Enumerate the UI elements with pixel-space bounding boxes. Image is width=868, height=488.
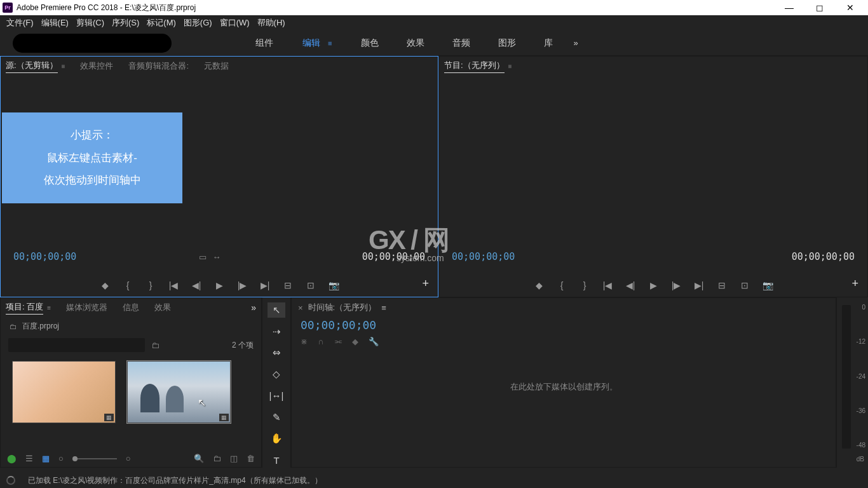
insert-sequence-icon[interactable]: ⋇ — [301, 337, 308, 346]
tab-program[interactable]: 节目:（无序列） — [444, 60, 505, 73]
project-search-input[interactable] — [8, 338, 145, 352]
minimize-button[interactable]: — — [780, 3, 798, 13]
go-to-in-icon[interactable]: |◀ — [168, 280, 179, 290]
play-icon[interactable]: ▶ — [648, 280, 659, 290]
workspace-effects[interactable]: 效果 — [405, 35, 426, 51]
extract-icon[interactable]: ⊡ — [739, 280, 750, 290]
delete-icon[interactable]: 🗑 — [247, 454, 255, 463]
insert-icon[interactable]: ⊟ — [282, 280, 294, 290]
lift-icon[interactable]: ⊟ — [716, 280, 728, 290]
type-tool-icon[interactable]: T — [268, 452, 285, 468]
linked-selection-icon[interactable]: ⫘ — [334, 337, 342, 346]
out-point-icon[interactable]: } — [145, 280, 156, 290]
slip-tool-icon[interactable]: |↔| — [268, 388, 285, 403]
zoom-slider[interactable] — [72, 458, 117, 459]
tab-media-browser[interactable]: 媒体浏览器 — [66, 302, 107, 313]
workspace-overflow[interactable]: » — [573, 38, 578, 48]
program-in-timecode[interactable]: 00;00;00;00 — [452, 251, 515, 262]
workspace-editing[interactable]: 编辑≡ — [300, 35, 334, 51]
icon-view-icon[interactable]: ▦ — [42, 454, 50, 463]
write-toggle-icon[interactable]: ⬤ — [7, 454, 17, 463]
razor-tool-icon[interactable]: ◇ — [268, 367, 285, 382]
go-to-out-icon[interactable]: ▶| — [693, 280, 705, 290]
in-point-icon[interactable]: { — [122, 280, 133, 290]
close-button[interactable]: ✕ — [841, 3, 859, 13]
menu-file[interactable]: 文件(F) — [3, 17, 37, 29]
marker-icon[interactable]: ◆ — [99, 280, 111, 290]
list-view-icon[interactable]: ☰ — [25, 454, 33, 463]
pen-tool-icon[interactable]: ✎ — [268, 410, 285, 425]
menu-help[interactable]: 帮助(H) — [254, 17, 289, 29]
menu-marker[interactable]: 标记(M) — [143, 17, 180, 29]
track-select-tool-icon[interactable]: ⇢ — [268, 324, 285, 339]
panel-menu-icon[interactable]: ≡ — [47, 304, 51, 311]
play-icon[interactable]: ▶ — [214, 280, 225, 290]
menu-clip[interactable]: 剪辑(C) — [72, 17, 108, 29]
source-out-timecode: 00;00;00;00 — [362, 251, 425, 262]
resolution-icon[interactable]: ↔ — [213, 252, 221, 262]
fit-icon[interactable]: ▭ — [199, 252, 207, 262]
step-back-icon[interactable]: ◀| — [625, 280, 636, 290]
workspace-libraries[interactable]: 库 — [543, 35, 554, 51]
out-point-icon[interactable]: } — [579, 280, 590, 290]
snap-icon[interactable]: ∩ — [318, 337, 323, 346]
go-to-in-icon[interactable]: |◀ — [602, 280, 613, 290]
media-thumbnail[interactable]: ▦ — [12, 361, 116, 423]
close-tab-icon[interactable]: × — [298, 303, 303, 313]
menu-sequence[interactable]: 序列(S) — [108, 17, 143, 29]
zoom-in-icon[interactable]: ○ — [126, 454, 131, 463]
find-icon[interactable]: 🔍 — [194, 454, 204, 463]
add-button-icon[interactable]: + — [422, 277, 429, 290]
selection-tool-icon[interactable]: ↖ — [268, 302, 285, 318]
timeline-panel: × 时间轴:（无序列） ≡ 00;00;00;00 ⋇ ∩ ⫘ ◆ 🔧 在此处放… — [291, 297, 836, 468]
source-in-timecode[interactable]: 00;00;00;00 — [13, 251, 76, 262]
marker-icon[interactable]: ◆ — [533, 280, 545, 290]
new-bin-icon[interactable]: 🗀 — [213, 454, 221, 463]
tab-timeline[interactable]: 时间轴:（无序列） — [308, 302, 377, 313]
step-forward-icon[interactable]: |▶ — [236, 280, 248, 290]
add-button-icon[interactable]: + — [851, 277, 858, 290]
panel-menu-icon[interactable]: ≡ — [381, 303, 386, 313]
tab-effects[interactable]: 效果 — [154, 302, 171, 313]
step-forward-icon[interactable]: |▶ — [670, 280, 682, 290]
tab-info[interactable]: 信息 — [123, 302, 139, 313]
clip-badge-icon: ▦ — [104, 414, 114, 421]
zoom-out-icon[interactable]: ○ — [58, 454, 64, 463]
meter-track — [842, 305, 851, 449]
export-frame-icon[interactable]: 📷 — [762, 280, 773, 290]
ripple-edit-tool-icon[interactable]: ⇔ — [268, 346, 285, 361]
marker-icon[interactable]: ◆ — [352, 337, 358, 346]
tab-audio-mixer[interactable]: 音频剪辑混合器: — [128, 60, 189, 72]
workspace-audio[interactable]: 音频 — [451, 35, 471, 51]
step-back-icon[interactable]: ◀| — [191, 280, 202, 290]
new-item-icon[interactable]: ◫ — [230, 454, 238, 463]
workspace-graphics[interactable]: 图形 — [497, 35, 517, 51]
tab-effect-controls[interactable]: 效果控件 — [80, 60, 113, 72]
menu-window[interactable]: 窗口(W) — [216, 17, 254, 29]
tab-project[interactable]: 项目: 百度 — [6, 301, 43, 315]
maximize-button[interactable]: ◻ — [811, 3, 829, 13]
new-bin-icon[interactable]: 🗀 — [151, 341, 159, 350]
hand-tool-icon[interactable]: ✋ — [268, 431, 285, 447]
tab-metadata[interactable]: 元数据 — [204, 60, 229, 72]
tab-source[interactable]: 源:（无剪辑） — [6, 60, 58, 73]
menu-graphics[interactable]: 图形(G) — [180, 17, 216, 29]
settings-icon[interactable]: 🔧 — [369, 337, 379, 346]
status-bar: 已加载 E:\凌之风\视频制作：百度公司品牌宣传片样片_高清.mp4（所有媒体已… — [0, 473, 868, 488]
go-to-out-icon[interactable]: ▶| — [259, 280, 271, 290]
spinner-icon — [6, 476, 15, 485]
project-tabs-overflow[interactable]: » — [251, 302, 256, 313]
status-text: 已加载 E:\凌之风\视频制作：百度公司品牌宣传片样片_高清.mp4（所有媒体已… — [28, 475, 322, 486]
export-frame-icon[interactable]: 📷 — [328, 280, 339, 290]
menu-edit[interactable]: 编辑(E) — [37, 17, 72, 29]
tip-title: 小提示： — [2, 124, 182, 147]
in-point-icon[interactable]: { — [556, 280, 567, 290]
panel-menu-icon[interactable]: ≡ — [508, 63, 512, 70]
media-thumbnail[interactable]: ↖ ▦ — [127, 361, 231, 423]
overwrite-icon[interactable]: ⊡ — [305, 280, 316, 290]
timeline-timecode[interactable]: 00;00;00;00 — [292, 317, 836, 333]
workspace-assembly[interactable]: 组件 — [254, 35, 275, 51]
panel-menu-icon[interactable]: ≡ — [62, 63, 65, 70]
workspace-color[interactable]: 颜色 — [360, 35, 380, 51]
source-transport: ◆ { } |◀ ◀| ▶ |▶ ▶| ⊟ ⊡ 📷 — [1, 280, 438, 290]
